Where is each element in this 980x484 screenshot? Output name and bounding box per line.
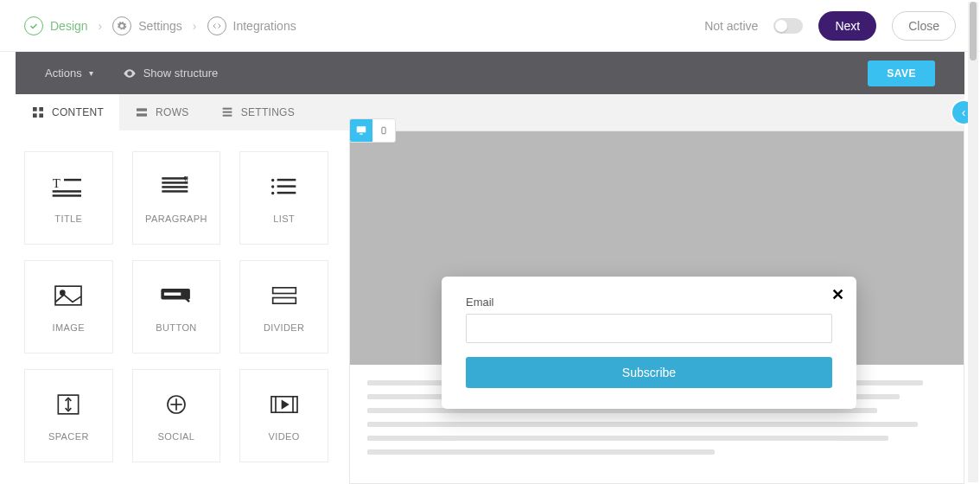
scrollbar-thumb[interactable]: [970, 2, 977, 60]
svg-rect-24: [55, 286, 81, 305]
breadcrumb-label: Design: [50, 19, 88, 33]
canvas-wrapper: ✕ Email Subscribe: [337, 131, 964, 484]
email-field[interactable]: [466, 314, 832, 343]
close-button[interactable]: Close: [892, 11, 956, 41]
video-icon: [264, 390, 305, 419]
eye-icon: [123, 67, 137, 80]
svg-rect-11: [53, 190, 81, 193]
svg-rect-27: [164, 292, 181, 296]
block-label: IMAGE: [53, 322, 85, 333]
paragraph-icon: ¶: [156, 172, 197, 201]
show-structure-label: Show structure: [143, 67, 219, 80]
top-right-controls: Not active Next Close: [704, 11, 956, 41]
block-label: VIDEO: [269, 431, 300, 442]
skeleton-line: [367, 436, 888, 441]
svg-text:¶: ¶: [183, 175, 188, 185]
svg-text:T: T: [53, 176, 60, 190]
block-divider[interactable]: DIVIDER: [239, 260, 328, 353]
actions-label: Actions: [45, 67, 82, 80]
block-label: LIST: [273, 213, 295, 224]
sliders-icon: [220, 105, 234, 119]
checkmark-icon: [24, 16, 43, 35]
tab-label: ROWS: [156, 106, 189, 118]
next-button[interactable]: Next: [818, 11, 876, 41]
svg-rect-7: [222, 111, 232, 113]
device-switch: [349, 118, 396, 143]
block-label: TITLE: [54, 213, 82, 224]
save-button[interactable]: SAVE: [868, 60, 935, 86]
show-structure-toggle[interactable]: Show structure: [123, 67, 219, 80]
block-label: SPACER: [48, 431, 89, 442]
svg-rect-0: [33, 107, 37, 111]
active-toggle[interactable]: [773, 18, 803, 34]
gear-icon: [112, 16, 131, 35]
tab-label: SETTINGS: [241, 106, 295, 118]
tab-content[interactable]: CONTENT: [16, 94, 119, 131]
list-icon: [264, 172, 305, 201]
image-icon: [48, 281, 89, 310]
svg-rect-39: [357, 126, 366, 132]
svg-rect-15: [162, 186, 188, 188]
block-label: DIVIDER: [264, 322, 304, 333]
device-mobile[interactable]: [372, 119, 395, 142]
chevron-right-icon: ›: [193, 19, 197, 33]
divider-icon: [264, 281, 305, 310]
tab-settings[interactable]: SETTINGS: [205, 94, 310, 131]
spacer-icon: [48, 390, 89, 419]
svg-rect-29: [272, 298, 296, 304]
svg-rect-1: [39, 107, 43, 111]
svg-rect-5: [137, 113, 147, 116]
svg-rect-3: [39, 113, 43, 118]
chevron-left-icon: ‹: [962, 105, 966, 119]
block-social[interactable]: SOCIAL: [132, 369, 221, 462]
svg-rect-16: [162, 190, 188, 193]
block-label: PARAGRAPH: [145, 213, 207, 224]
breadcrumb-step-integrations[interactable]: Integrations: [207, 16, 296, 35]
close-icon[interactable]: ✕: [831, 285, 844, 304]
rows-icon: [135, 105, 149, 119]
device-desktop[interactable]: [350, 119, 372, 142]
skeleton-line: [367, 422, 918, 427]
preview-canvas[interactable]: ✕ Email Subscribe: [349, 131, 964, 484]
skeleton-line: [367, 449, 715, 455]
svg-rect-28: [272, 288, 296, 294]
svg-rect-23: [277, 192, 296, 194]
title-icon: T: [48, 172, 89, 201]
svg-rect-12: [53, 194, 81, 197]
block-title[interactable]: T TITLE: [24, 151, 113, 245]
actions-dropdown[interactable]: Actions ▾: [45, 67, 93, 80]
breadcrumb-step-settings[interactable]: Settings: [112, 16, 182, 35]
svg-rect-21: [277, 185, 296, 188]
svg-rect-6: [222, 108, 232, 110]
block-video[interactable]: VIDEO: [239, 369, 328, 462]
block-paragraph[interactable]: ¶ PARAGRAPH: [132, 151, 221, 245]
svg-rect-41: [382, 127, 385, 134]
block-list[interactable]: LIST: [239, 151, 328, 245]
block-image[interactable]: IMAGE: [24, 260, 113, 353]
grid-icon: [31, 105, 45, 119]
breadcrumb-label: Settings: [138, 19, 182, 33]
scrollbar[interactable]: [968, 2, 978, 482]
code-icon: [207, 16, 226, 35]
email-label: Email: [466, 296, 832, 309]
svg-rect-2: [33, 113, 37, 118]
tab-rows[interactable]: ROWS: [119, 94, 205, 131]
button-icon: [156, 281, 197, 310]
breadcrumb-step-design[interactable]: Design: [24, 16, 88, 35]
svg-rect-8: [222, 115, 232, 117]
svg-marker-38: [282, 401, 288, 408]
chevron-right-icon: ›: [99, 19, 103, 33]
top-header: Design › Settings › Integrations Not act…: [0, 0, 980, 52]
status-not-active: Not active: [704, 19, 758, 33]
svg-rect-10: [64, 179, 81, 182]
sidebar-tab-bar: CONTENT ROWS SETTINGS ‹: [16, 94, 964, 131]
block-button[interactable]: BUTTON: [132, 260, 221, 353]
svg-rect-40: [360, 134, 363, 135]
subscribe-popup: ✕ Email Subscribe: [442, 277, 856, 409]
subscribe-button[interactable]: Subscribe: [466, 357, 832, 388]
blocks-sidebar: T TITLE ¶ PARAGRAPH LIST IMAGE: [16, 131, 337, 484]
block-spacer[interactable]: SPACER: [24, 369, 113, 462]
svg-rect-19: [277, 179, 296, 182]
mobile-icon: [379, 124, 388, 137]
tab-label: CONTENT: [52, 106, 104, 118]
